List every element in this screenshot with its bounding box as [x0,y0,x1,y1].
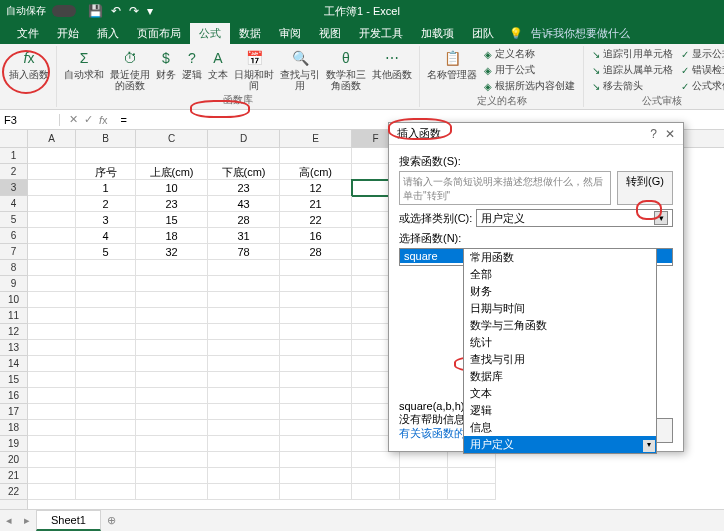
cell-D1[interactable] [208,148,280,164]
cell-D10[interactable] [208,292,280,308]
tab-开始[interactable]: 开始 [48,23,88,44]
ribbon-数学和三角函数[interactable]: θ数学和三角函数 [323,46,369,93]
cell-D12[interactable] [208,324,280,340]
cell-E21[interactable] [280,468,352,484]
fx-icon[interactable]: fx [99,114,108,126]
cell-D4[interactable]: 43 [208,196,280,212]
cell-C8[interactable] [136,260,208,276]
row-header-18[interactable]: 18 [0,420,27,436]
cell-B4[interactable]: 2 [76,196,136,212]
row-header-6[interactable]: 6 [0,228,27,244]
row-header-15[interactable]: 15 [0,372,27,388]
sheet-nav-next-icon[interactable]: ▸ [18,514,36,527]
name-manager-button[interactable]: 📋名称管理器 [424,46,480,94]
tell-me-input[interactable]: 告诉我你想要做什么 [531,26,630,41]
tab-页面布局[interactable]: 页面布局 [128,23,190,44]
cell-A14[interactable] [28,356,76,372]
cell-E3[interactable]: 12 [280,180,352,196]
cell-C21[interactable] [136,468,208,484]
cell-E11[interactable] [280,308,352,324]
cell-B12[interactable] [76,324,136,340]
row-header-13[interactable]: 13 [0,340,27,356]
ribbon-追踪引用单元格[interactable]: ↘追踪引用单元格 [592,46,673,62]
cell-A22[interactable] [28,484,76,500]
row-header-12[interactable]: 12 [0,324,27,340]
go-button[interactable]: 转到(G) [617,171,673,205]
cell-B3[interactable]: 1 [76,180,136,196]
select-all-corner[interactable] [0,130,27,148]
cell-D5[interactable]: 28 [208,212,280,228]
ribbon-财务[interactable]: $财务 [153,46,179,93]
col-header-D[interactable]: D [208,130,280,147]
cell-J22[interactable] [400,484,448,500]
cell-J20[interactable] [400,452,448,468]
cell-C3[interactable]: 10 [136,180,208,196]
dropdown-option[interactable]: 查找与引用 [464,351,656,368]
cell-D2[interactable]: 下底(cm) [208,164,280,180]
cell-A5[interactable] [28,212,76,228]
cell-E12[interactable] [280,324,352,340]
cell-A18[interactable] [28,420,76,436]
cell-D13[interactable] [208,340,280,356]
cell-D11[interactable] [208,308,280,324]
cell-E4[interactable]: 21 [280,196,352,212]
cell-D21[interactable] [208,468,280,484]
redo-icon[interactable]: ↷ [129,4,139,18]
cell-D3[interactable]: 23 [208,180,280,196]
cell-C15[interactable] [136,372,208,388]
cell-B17[interactable] [76,404,136,420]
row-header-2[interactable]: 2 [0,164,27,180]
cell-C6[interactable]: 18 [136,228,208,244]
row-header-21[interactable]: 21 [0,468,27,484]
cell-B20[interactable] [76,452,136,468]
cell-A3[interactable] [28,180,76,196]
cell-E8[interactable] [280,260,352,276]
cell-B13[interactable] [76,340,136,356]
chevron-down-icon[interactable]: ▾ [654,211,668,225]
cell-D22[interactable] [208,484,280,500]
cell-A15[interactable] [28,372,76,388]
row-header-8[interactable]: 8 [0,260,27,276]
tab-加载项[interactable]: 加载项 [412,23,463,44]
dropdown-option[interactable]: 逻辑 [464,402,656,419]
cell-E10[interactable] [280,292,352,308]
cell-A10[interactable] [28,292,76,308]
tab-团队[interactable]: 团队 [463,23,503,44]
cell-C14[interactable] [136,356,208,372]
cell-E16[interactable] [280,388,352,404]
cell-E5[interactable]: 22 [280,212,352,228]
sheet-tab[interactable]: Sheet1 [36,510,101,531]
cell-D8[interactable] [208,260,280,276]
cell-B7[interactable]: 5 [76,244,136,260]
cell-D7[interactable]: 78 [208,244,280,260]
cell-E13[interactable] [280,340,352,356]
customize-icon[interactable]: ▾ [147,4,153,18]
tab-数据[interactable]: 数据 [230,23,270,44]
cell-E2[interactable]: 高(cm) [280,164,352,180]
ribbon-显示公式[interactable]: ✓显示公式 [681,46,724,62]
row-header-5[interactable]: 5 [0,212,27,228]
cell-F21[interactable] [352,468,400,484]
cell-B16[interactable] [76,388,136,404]
cell-B2[interactable]: 序号 [76,164,136,180]
cell-B6[interactable]: 4 [76,228,136,244]
cell-D6[interactable]: 31 [208,228,280,244]
ribbon-逻辑[interactable]: ?逻辑 [179,46,205,93]
cell-D16[interactable] [208,388,280,404]
ribbon-移去箭头[interactable]: ↘移去箭头 [592,78,673,94]
cell-C18[interactable] [136,420,208,436]
cell-B8[interactable] [76,260,136,276]
row-header-14[interactable]: 14 [0,356,27,372]
cell-A9[interactable] [28,276,76,292]
cell-A6[interactable] [28,228,76,244]
cell-D18[interactable] [208,420,280,436]
col-header-C[interactable]: C [136,130,208,147]
tab-文件[interactable]: 文件 [8,23,48,44]
row-header-10[interactable]: 10 [0,292,27,308]
row-header-19[interactable]: 19 [0,436,27,452]
autosave-toggle[interactable] [52,5,76,17]
cell-D20[interactable] [208,452,280,468]
row-header-16[interactable]: 16 [0,388,27,404]
col-header-A[interactable]: A [28,130,76,147]
cell-E20[interactable] [280,452,352,468]
